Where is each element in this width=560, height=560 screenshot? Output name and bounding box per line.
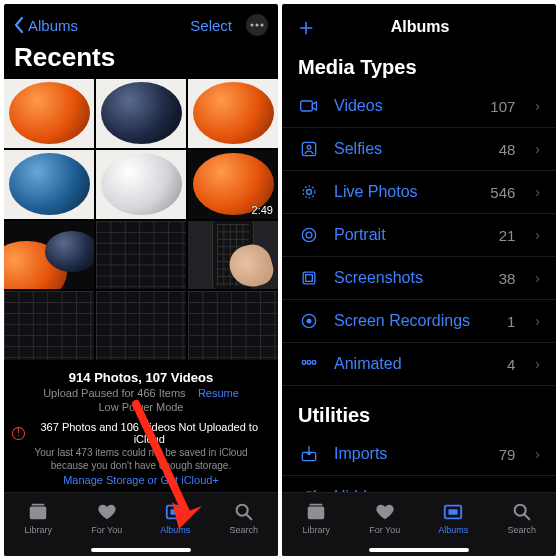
chevron-right-icon: › [535, 446, 540, 462]
row-screen-recordings[interactable]: Screen Recordings 1 › [282, 300, 556, 343]
row-label: Videos [334, 97, 476, 115]
photo-thumb[interactable] [4, 150, 94, 219]
video-duration: 2:49 [252, 204, 273, 216]
heart-icon [374, 501, 396, 523]
back-button[interactable]: Albums [14, 17, 78, 34]
photo-thumb[interactable] [188, 291, 278, 360]
search-icon [233, 501, 255, 523]
tab-search[interactable]: Search [210, 493, 279, 542]
row-count: 107 [490, 98, 515, 115]
tab-label: Search [229, 525, 258, 535]
svg-point-14 [307, 190, 312, 195]
tab-search[interactable]: Search [488, 493, 557, 542]
manage-storage-link[interactable]: Manage Storage or Get iCloud+ [12, 474, 270, 486]
svg-line-8 [247, 514, 252, 519]
left-screen-recents: Albums Select Recents 2:49 [4, 4, 278, 556]
resume-link[interactable]: Resume [198, 387, 239, 399]
library-icon [305, 501, 327, 523]
section-media-types: Media Types [282, 46, 556, 85]
svg-point-17 [306, 232, 312, 238]
tab-albums[interactable]: Albums [419, 493, 488, 542]
left-header: Albums Select Recents [4, 4, 278, 79]
tab-library[interactable]: Library [4, 493, 73, 542]
svg-rect-4 [32, 503, 45, 505]
photo-thumb[interactable] [96, 79, 186, 148]
tab-label: Albums [160, 525, 190, 535]
photo-counts: 914 Photos, 107 Videos [12, 370, 270, 385]
svg-point-0 [251, 24, 254, 27]
home-indicator[interactable] [91, 548, 191, 552]
add-button[interactable]: ＋ [294, 20, 318, 34]
row-count: 48 [499, 141, 516, 158]
row-label: Live Photos [334, 183, 476, 201]
upload-paused-text: Upload Paused for 466 Items [43, 387, 185, 399]
tab-albums[interactable]: Albums [141, 493, 210, 542]
chevron-right-icon: › [535, 227, 540, 243]
row-label: Animated [334, 355, 493, 373]
svg-point-13 [307, 146, 311, 150]
chevron-right-icon: › [535, 141, 540, 157]
svg-rect-3 [30, 506, 47, 519]
ellipsis-icon [250, 23, 264, 27]
animated-icon [298, 353, 320, 375]
status-area: 914 Photos, 107 Videos Upload Paused for… [4, 360, 278, 492]
row-hidden[interactable]: Hidden 3 › [282, 476, 556, 492]
photo-thumb[interactable] [188, 221, 278, 290]
tab-foryou[interactable]: For You [351, 493, 420, 542]
photo-thumb[interactable] [96, 221, 186, 290]
row-videos[interactable]: Videos 107 › [282, 85, 556, 128]
tab-label: Library [24, 525, 52, 535]
photo-thumb[interactable] [4, 291, 94, 360]
chevron-left-icon [14, 17, 24, 33]
row-count: 546 [490, 184, 515, 201]
svg-point-7 [236, 504, 247, 515]
row-live-photos[interactable]: Live Photos 546 › [282, 171, 556, 214]
header-title: Albums [391, 18, 450, 36]
section-utilities: Utilities [282, 386, 556, 433]
photo-thumb[interactable] [96, 291, 186, 360]
select-button[interactable]: Select [190, 17, 232, 34]
albums-icon [164, 501, 186, 523]
warning-icon: ! [12, 427, 25, 440]
tab-label: Albums [438, 525, 468, 535]
portrait-icon [298, 224, 320, 246]
heart-icon [96, 501, 118, 523]
page-title: Recents [14, 42, 268, 73]
row-portrait[interactable]: Portrait 21 › [282, 214, 556, 257]
row-label: Imports [334, 445, 485, 463]
photo-thumb[interactable] [188, 79, 278, 148]
svg-point-1 [256, 24, 259, 27]
svg-rect-6 [171, 509, 180, 515]
svg-point-16 [302, 228, 315, 241]
row-selfies[interactable]: Selfies 48 › [282, 128, 556, 171]
svg-point-21 [307, 319, 312, 324]
photo-thumb[interactable] [4, 79, 94, 148]
svg-rect-24 [312, 361, 315, 364]
row-imports[interactable]: Imports 79 › [282, 433, 556, 476]
video-thumb[interactable]: 2:49 [188, 150, 278, 219]
tab-label: Library [302, 525, 330, 535]
row-animated[interactable]: Animated 4 › [282, 343, 556, 386]
live-photos-icon [298, 181, 320, 203]
svg-line-32 [525, 514, 530, 519]
screen-recordings-icon [298, 310, 320, 332]
row-label: Selfies [334, 140, 485, 158]
svg-rect-23 [307, 361, 310, 364]
row-label: Portrait [334, 226, 485, 244]
tab-foryou[interactable]: For You [73, 493, 142, 542]
library-icon [27, 501, 49, 523]
svg-rect-30 [449, 509, 458, 515]
row-count: 1 [507, 313, 515, 330]
right-screen-albums: ＋ Albums Media Types Videos 107 › Selfie… [282, 4, 556, 556]
row-screenshots[interactable]: Screenshots 38 › [282, 257, 556, 300]
photo-thumb[interactable] [4, 221, 94, 290]
more-button[interactable] [246, 14, 268, 36]
home-indicator[interactable] [369, 548, 469, 552]
selfies-icon [298, 138, 320, 160]
photo-thumb[interactable] [96, 150, 186, 219]
screenshots-icon [298, 267, 320, 289]
row-count: 79 [499, 446, 516, 463]
tab-library[interactable]: Library [282, 493, 351, 542]
row-label: Screenshots [334, 269, 485, 287]
low-power-text: Low Power Mode [12, 401, 270, 413]
